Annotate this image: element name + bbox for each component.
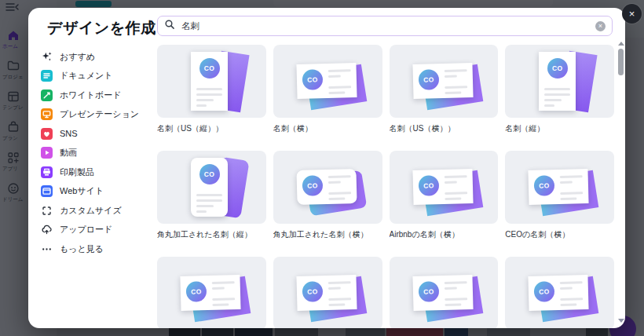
clear-icon[interactable]: ×: [595, 21, 606, 31]
close-button[interactable]: ×: [622, 4, 642, 24]
scrollbar-thumb[interactable]: [618, 49, 624, 75]
sidebar-item-label: もっと見る: [60, 243, 104, 255]
template-label: 名刺（US（縦））: [157, 123, 266, 134]
template-label: CEOの名刺（横）: [505, 229, 614, 240]
template-card[interactable]: CO: [505, 257, 614, 328]
modal-title: デザインを作成: [47, 18, 156, 38]
sidebar-item-label: おすすめ: [60, 51, 95, 63]
template-card[interactable]: CO角丸加工された名刺（縦）: [157, 151, 266, 240]
co-logo: CO: [199, 164, 220, 184]
template-card[interactable]: COAirbnbの名刺（横）: [390, 151, 499, 240]
co-logo: CO: [302, 281, 323, 302]
sidebar-item-label: カスタムサイズ: [60, 205, 122, 217]
co-logo: CO: [534, 175, 555, 196]
sidebar-item-video[interactable]: 動画: [41, 144, 154, 163]
template-thumb: CO: [157, 45, 266, 118]
template-card[interactable]: CO名刺（縦）: [505, 45, 614, 134]
template-thumb: CO: [505, 45, 614, 118]
template-card[interactable]: CO: [157, 257, 266, 328]
template-search[interactable]: ×: [157, 16, 613, 36]
placeholder-text-lines: [560, 281, 584, 309]
placeholder-text-lines: [196, 194, 222, 216]
card-front: CO: [296, 275, 357, 311]
template-card[interactable]: CO: [390, 257, 499, 328]
upload-icon: [41, 224, 53, 236]
template-card[interactable]: COCEOの名刺（横）: [505, 151, 614, 240]
template-thumb: CO: [505, 151, 614, 224]
co-logo: CO: [418, 175, 439, 196]
template-label: 名刺（US（横））: [390, 123, 499, 134]
whiteboard-icon: [41, 89, 53, 101]
card-front: CO: [191, 158, 228, 217]
sidebar-item-sns[interactable]: SNS: [41, 124, 154, 144]
template-thumb: CO: [157, 151, 266, 224]
card-front: CO: [296, 63, 357, 99]
card-front: CO: [529, 169, 589, 205]
co-logo: CO: [186, 281, 207, 302]
template-thumb: CO: [505, 257, 614, 328]
template-card[interactable]: CO角丸加工された名刺（横）: [273, 151, 382, 240]
template-card[interactable]: CO名刺（US（横））: [390, 45, 499, 134]
template-thumb: CO: [273, 151, 382, 224]
placeholder-text-lines: [196, 88, 222, 110]
co-logo: CO: [302, 175, 323, 196]
template-thumb: CO: [273, 45, 382, 118]
template-label: 名刺（横）: [273, 123, 382, 134]
sidebar-item-label: ホワイトボード: [60, 89, 122, 101]
placeholder-text-lines: [327, 281, 351, 309]
sidebar-item-custom-size[interactable]: カスタムサイズ: [41, 201, 154, 221]
placeholder-text-lines: [544, 88, 570, 110]
template-label: 角丸加工された名刺（横）: [273, 229, 382, 240]
template-label: 名刺（縦）: [505, 123, 614, 134]
sidebar-item-web[interactable]: Webサイト: [41, 182, 154, 202]
search-icon: [164, 19, 175, 33]
template-label: Airbnbの名刺（横）: [390, 229, 499, 240]
placeholder-text-lines: [444, 281, 467, 309]
video-icon: [41, 147, 53, 159]
template-thumb: CO: [157, 257, 266, 328]
sidebar-item-presentation[interactable]: プレゼンテーション: [41, 105, 154, 125]
card-front: CO: [191, 52, 228, 111]
co-logo: CO: [302, 69, 323, 90]
card-front: CO: [529, 275, 589, 311]
co-logo: CO: [534, 281, 555, 302]
card-front: CO: [412, 169, 473, 205]
sidebar-item-doc[interactable]: ドキュメント: [41, 67, 154, 86]
template-thumb: CO: [273, 257, 382, 328]
template-card[interactable]: CO: [273, 257, 382, 328]
placeholder-text-lines: [444, 69, 467, 97]
co-logo: CO: [199, 58, 220, 79]
sidebar-item-label: 印刷製品: [60, 166, 94, 178]
placeholder-text-lines: [327, 69, 351, 97]
sidebar-item-label: Webサイト: [60, 185, 104, 197]
placeholder-text-lines: [327, 175, 351, 203]
more-icon: [41, 243, 53, 255]
design-type-list: おすすめドキュメントホワイトボードプレゼンテーションSNS動画印刷製品Webサイ…: [41, 47, 154, 259]
placeholder-text-lines: [444, 175, 467, 203]
template-card[interactable]: CO名刺（US（縦））: [157, 45, 266, 134]
sidebar-item-more[interactable]: もっと見る: [41, 239, 154, 259]
template-grid: CO名刺（US（縦））CO名刺（横）CO名刺（US（横））CO名刺（縦）CO角丸…: [157, 45, 614, 328]
doc-icon: [41, 70, 53, 82]
placeholder-text-lines: [560, 175, 584, 203]
placeholder-text-lines: [212, 281, 236, 309]
sparkle-icon: [41, 51, 53, 63]
search-input[interactable]: [180, 20, 595, 31]
sidebar-item-whiteboard[interactable]: ホワイトボード: [41, 86, 154, 105]
card-front: CO: [180, 275, 240, 311]
scroll-up-icon[interactable]: [618, 42, 624, 46]
template-card[interactable]: CO名刺（横）: [273, 45, 382, 134]
sidebar-item-sparkle[interactable]: おすすめ: [41, 47, 154, 67]
sns-icon: [41, 128, 53, 140]
card-front: CO: [412, 275, 473, 311]
sidebar-item-label: ドキュメント: [60, 70, 113, 82]
template-thumb: CO: [390, 257, 499, 328]
sidebar-item-upload[interactable]: アップロード: [41, 221, 154, 240]
scroll-down-icon[interactable]: [618, 319, 624, 323]
card-front: CO: [412, 63, 473, 99]
print-icon: [41, 166, 53, 178]
close-icon: ×: [629, 8, 635, 20]
sidebar-item-print[interactable]: 印刷製品: [41, 163, 154, 182]
co-logo: CO: [418, 281, 439, 302]
template-label: 角丸加工された名刺（縦）: [157, 229, 266, 240]
